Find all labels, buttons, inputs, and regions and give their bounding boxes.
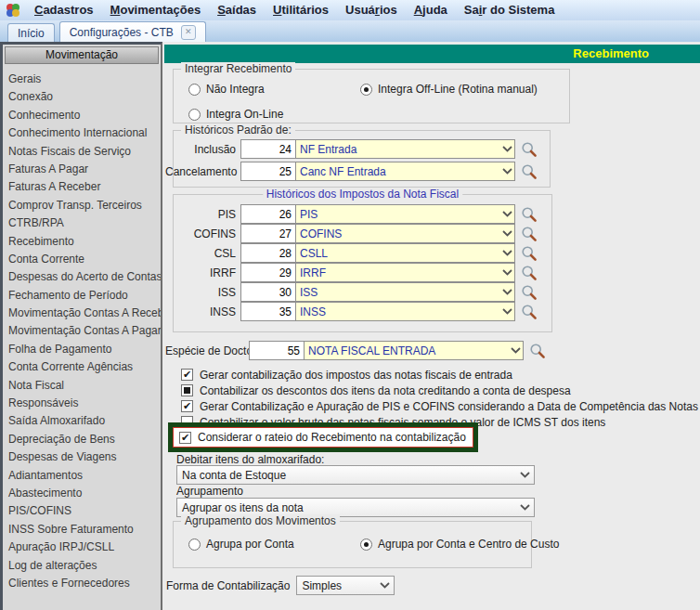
code-input-cofins[interactable] (241, 225, 295, 242)
search-icon[interactable] (520, 225, 538, 243)
radio-integra-on-line[interactable]: Integra On-Line (188, 108, 360, 121)
sidebar-item-adiantamentos[interactable]: Adiantamentos (3, 467, 161, 485)
sidebar-item-movimentacao-contas-a-receber[interactable]: Movimentação Contas A Receber (3, 305, 161, 322)
debitar-select[interactable]: Na conta de Estoque (176, 465, 535, 485)
sidebar-item-fechamento-de-periodo[interactable]: Fechamento de Período (3, 287, 161, 305)
combobox-cofins[interactable]: COFINS (295, 225, 514, 242)
tab-inicio[interactable]: Início (7, 23, 55, 42)
radio-label: Agrupa por Conta e Centro de Custo (378, 538, 559, 551)
radio-agrupa-por-conta-e-centro-de-custo[interactable]: Agrupa por Conta e Centro de Custo (360, 538, 559, 551)
combobox-cancelamento[interactable]: Canc NF Entrada (295, 162, 514, 180)
sidebar-item-folha-de-pagamento[interactable]: Folha de Pagamento (3, 341, 161, 358)
combobox-pis[interactable]: PIS (295, 205, 514, 223)
checkbox[interactable]: ✔ (179, 432, 191, 444)
field-row-iss: ISSISS (165, 282, 538, 302)
chevron-down-icon (499, 230, 514, 237)
sidebar-item-movimentacao-contas-a-pagar[interactable]: Movimentação Contas A Pagar (3, 322, 161, 340)
radio-integra-off-line-rotina-manual[interactable]: Integra Off-Line (Rotina manual) (360, 83, 569, 96)
combobox-value: NF Entrada (296, 143, 499, 156)
sidebar-item-notas-fiscais-de-servico[interactable]: Notas Fiscais de Serviço (3, 143, 161, 161)
sidebar-item-pis-cofins[interactable]: PIS/COFINS (3, 502, 161, 520)
code-input-pis[interactable] (241, 205, 295, 223)
sidebar-item-despesas-de-viagens[interactable]: Despesas de Viagens (3, 448, 161, 466)
code-combo-field: NF Entrada (240, 139, 515, 159)
combobox-inss[interactable]: INSS (295, 303, 514, 320)
search-icon[interactable] (520, 205, 538, 224)
sidebar-item-conhecimento[interactable]: Conhecimento (3, 107, 161, 124)
chevron-down-icon (515, 504, 534, 511)
code-combo-field: INSS (240, 302, 515, 321)
radio-button (360, 84, 372, 96)
sidebar-header[interactable]: Movimentação (5, 46, 159, 64)
sidebar-item-conta-corrente-agencias[interactable]: Conta Corrente Agências (3, 358, 161, 376)
field-label: ISS (165, 286, 236, 299)
menu-utilitarios[interactable]: Utilitários (265, 0, 337, 20)
combobox-especie-de-docto[interactable]: NOTA FISCAL ENTRADA (304, 342, 523, 359)
sidebar-item-despesas-do-acerto-de-contas[interactable]: Despesas do Acerto de Contas (3, 268, 161, 286)
checkbox-label: Contabilizar os descontos dos itens da n… (200, 384, 571, 397)
sidebar-item-saida-almoxarifado[interactable]: Saída Almoxarifado (3, 412, 161, 430)
combobox-value: CSLL (296, 247, 499, 260)
search-icon[interactable] (520, 140, 538, 159)
code-combo-field: COFINS (240, 224, 515, 243)
code-input-cancelamento[interactable] (241, 162, 295, 180)
field-label: PIS (165, 208, 236, 221)
search-icon[interactable] (520, 264, 538, 282)
menu-saidas[interactable]: Saídas (209, 0, 265, 20)
checkbox[interactable]: ✔ (181, 369, 193, 381)
field-label: Cancelamento (165, 165, 236, 178)
code-input-csl[interactable] (241, 244, 295, 262)
combobox-inclusao[interactable]: NF Entrada (295, 140, 514, 158)
radio-nao-integra[interactable]: Não Integra (188, 83, 360, 96)
code-input-irrf[interactable] (241, 264, 295, 281)
menu-usuarios[interactable]: Usuários (337, 0, 406, 20)
code-input-iss[interactable] (241, 283, 295, 301)
sidebar-item-faturas-a-pagar[interactable]: Faturas A Pagar (3, 161, 161, 178)
checkbox[interactable] (181, 384, 193, 396)
combobox-iss[interactable]: ISS (295, 283, 514, 301)
sidebar-item-apuracao-irpj-csll[interactable]: Apuração IRPJ/CSLL (3, 539, 161, 556)
combobox-csl[interactable]: CSLL (295, 244, 514, 262)
field-row-cancelamento: CancelamentoCanc NF Entrada (165, 162, 538, 181)
combobox-value: PIS (296, 208, 499, 221)
sidebar-item-gerais[interactable]: Gerais (3, 71, 161, 88)
sidebar-item-clientes-e-fornecedores[interactable]: Clientes e Fornecedores (3, 575, 161, 592)
chevron-down-icon (499, 269, 514, 276)
tab-configuracoes-ctb[interactable]: Configurações - CTB✕ (59, 21, 206, 42)
menu-cadastros[interactable]: Cadastros (26, 0, 102, 20)
sidebar-item-comprov-transp-terceiros[interactable]: Comprov Transp. Terceiros (3, 197, 161, 214)
sidebar-item-abastecimento[interactable]: Abastecimento (3, 485, 161, 502)
sidebar-item-depreciacao-de-bens[interactable]: Depreciação de Bens (3, 431, 161, 448)
search-icon[interactable] (520, 162, 538, 181)
menu-movimentacoes[interactable]: Movimentações (102, 0, 210, 20)
sidebar-item-log-de-alteracoes[interactable]: Log de alterações (3, 557, 161, 575)
chevron-down-icon (499, 308, 514, 315)
sidebar-item-conhecimento-internacional[interactable]: Conhecimento Internacional (3, 124, 161, 142)
sidebar-item-conexao[interactable]: Conexão (3, 88, 161, 106)
menu-sair-do-sistema[interactable]: Sair do Sistema (456, 0, 564, 20)
combobox-irrf[interactable]: IRRF (295, 264, 514, 281)
code-input-inss[interactable] (241, 303, 295, 320)
chevron-down-icon (508, 347, 523, 354)
search-icon[interactable] (528, 342, 547, 360)
chevron-down-icon (499, 250, 514, 256)
menu-ajuda[interactable]: Ajuda (406, 0, 456, 20)
code-input-inclusao[interactable] (241, 140, 295, 158)
radio-agrupa-por-conta[interactable]: Agrupa por Conta (188, 538, 360, 551)
forma-select[interactable]: Simples (296, 576, 395, 595)
sidebar-item-faturas-a-receber[interactable]: Faturas A Receber (3, 178, 161, 196)
checkbox[interactable]: ✔ (181, 400, 193, 412)
sidebar-item-nota-fiscal[interactable]: Nota Fiscal (3, 377, 161, 395)
code-combo-field: ISS (240, 282, 515, 302)
search-icon[interactable] (520, 283, 538, 302)
sidebar-item-inss-sobre-faturamento[interactable]: INSS Sobre Faturamento (3, 521, 161, 539)
close-icon[interactable]: ✕ (181, 25, 196, 40)
sidebar-item-ctrb-rpa[interactable]: CTRB/RPA (3, 214, 161, 232)
menu-bar: CadastrosMovimentaçõesSaídasUtilitáriosU… (0, 0, 700, 21)
search-icon[interactable] (520, 244, 538, 263)
sidebar-item-recebimento[interactable]: Recebimento (3, 233, 161, 251)
code-input-especie-de-docto[interactable] (250, 342, 304, 359)
search-icon[interactable] (520, 303, 538, 321)
sidebar-item-responsaveis[interactable]: Responsáveis (3, 395, 161, 412)
sidebar-item-conta-corrente[interactable]: Conta Corrente (3, 251, 161, 268)
